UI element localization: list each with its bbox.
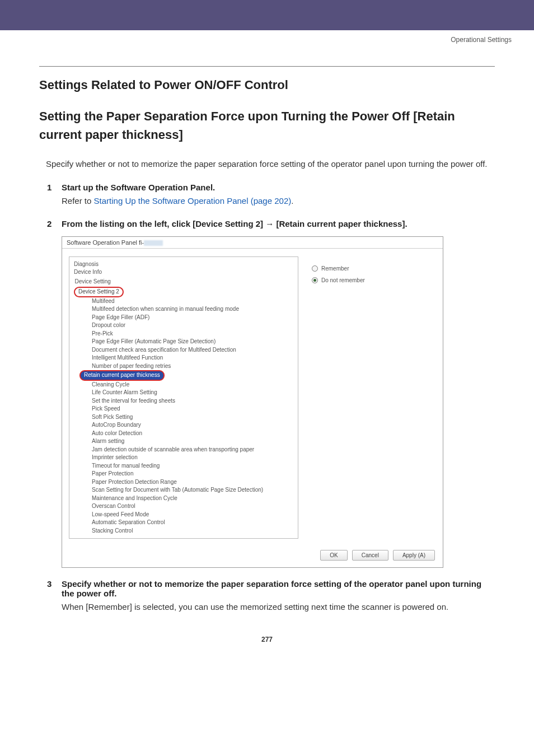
tree-soft-pick[interactable]: Soft Pick Setting xyxy=(74,413,296,422)
tree-dropout[interactable]: Dropout color xyxy=(74,321,296,330)
radio-off-icon xyxy=(312,265,318,272)
sop-window: Software Operation Panel fi- Diagnosis D… xyxy=(62,236,443,568)
tree-device-setting-label: Device Setting xyxy=(74,278,110,284)
steps-list: Start up the Software Operation Panel. R… xyxy=(47,183,495,613)
page-link[interactable]: Starting Up the Software Operation Panel… xyxy=(94,196,292,206)
retain-pt-highlight: Retain current paper thickness xyxy=(79,370,165,381)
apply-button[interactable]: Apply (A) xyxy=(393,550,435,561)
dialog-buttons: OK Cancel Apply (A) xyxy=(62,544,443,567)
tree-autocrop[interactable]: AutoCrop Boundary xyxy=(74,421,296,430)
tree-jam-outside[interactable]: Jam detection outside of scannable area … xyxy=(74,446,296,454)
tree-timeout-manual[interactable]: Timeout for manual feeding xyxy=(74,462,296,470)
step-1-prefix: Refer to xyxy=(62,196,94,206)
device-setting2-highlight: Device Setting 2 xyxy=(74,287,124,297)
settings-tree[interactable]: Diagnosis Device Info X Device Setting D… xyxy=(69,256,298,539)
step-1: Start up the Software Operation Panel. R… xyxy=(47,183,495,207)
radio-remember-label: Remember xyxy=(321,265,349,272)
tree-stacking[interactable]: Stacking Control xyxy=(74,527,296,535)
setting-heading: Setting the Paper Separation Force upon … xyxy=(39,107,495,144)
step-2: From the listing on the left, click [Dev… xyxy=(47,219,495,568)
tree-auto-sep[interactable]: Automatic Separation Control xyxy=(74,519,296,527)
tree-interval-feed[interactable]: Set the interval for feeding sheets xyxy=(74,397,296,405)
breadcrumb: Operational Settings xyxy=(0,30,534,44)
step-2-head: From the listing on the left, click [Dev… xyxy=(62,219,495,228)
tree-retain-pt[interactable]: Retain current paper thickness xyxy=(74,370,296,381)
group-heading: Settings Related to Power ON/OFF Control xyxy=(39,78,495,92)
tree-prepick[interactable]: Pre-Pick xyxy=(74,330,296,338)
tree-maint-insp[interactable]: Maintenance and Inspection Cycle xyxy=(74,494,296,503)
page-number: 277 xyxy=(39,636,495,643)
tree-paper-prot-range[interactable]: Paper Protection Detection Range xyxy=(74,478,296,487)
tree-num-retries[interactable]: Number of paper feeding retries xyxy=(74,362,296,371)
radio-dont-remember[interactable]: Do not remember xyxy=(312,277,435,283)
sop-body: Diagnosis Device Info X Device Setting D… xyxy=(62,249,443,545)
top-band xyxy=(0,0,534,30)
intro-paragraph: Specify whether or not to memorize the p… xyxy=(39,157,495,170)
step-3: Specify whether or not to memorize the p… xyxy=(47,579,495,613)
step-1-suffix: . xyxy=(291,196,293,206)
cancel-button[interactable]: Cancel xyxy=(352,550,388,561)
tree-intel-mf[interactable]: Intelligent Multifeed Function xyxy=(74,354,296,362)
radio-on-icon xyxy=(312,277,318,283)
tree-pef-adf[interactable]: Page Edge Filler (ADF) xyxy=(74,314,296,322)
tree-mf-manual[interactable]: Multifeed detection when scanning in man… xyxy=(74,305,296,314)
tree-diagnosis[interactable]: Diagnosis xyxy=(74,260,296,269)
section-rule xyxy=(39,66,495,67)
tree-auto-color[interactable]: Auto color Detection xyxy=(74,430,296,438)
tree-clean-cycle[interactable]: Cleaning Cycle xyxy=(74,381,296,389)
tree-doc-check[interactable]: Document check area specification for Mu… xyxy=(74,346,296,354)
tree-device-setting[interactable]: X Device Setting xyxy=(74,277,296,287)
step-3-body: When [Remember] is selected, you can use… xyxy=(62,600,495,613)
tree-low-speed[interactable]: Low-speed Feed Mode xyxy=(74,511,296,519)
tree-pef-auto[interactable]: Page Edge Filler (Automatic Page Size De… xyxy=(74,338,296,346)
tree-device-info[interactable]: Device Info xyxy=(74,268,296,277)
tree-pick-speed[interactable]: Pick Speed xyxy=(74,405,296,413)
step-1-head: Start up the Software Operation Panel. xyxy=(62,183,495,192)
radio-remember[interactable]: Remember xyxy=(312,265,435,272)
step-1-body: Refer to Starting Up the Software Operat… xyxy=(62,194,495,207)
sop-title-text: Software Operation Panel fi- xyxy=(67,239,144,246)
sop-window-title: Software Operation Panel fi- xyxy=(62,237,443,249)
tree-life-alarm[interactable]: Life Counter Alarm Setting xyxy=(74,389,296,397)
tree-scan-tab[interactable]: Scan Setting for Document with Tab (Auto… xyxy=(74,486,296,494)
page-content: Settings Related to Power ON/OFF Control… xyxy=(0,44,534,660)
options-pane: Remember Do not remember xyxy=(298,249,443,545)
tree-overscan[interactable]: Overscan Control xyxy=(74,502,296,511)
tree-device-setting2[interactable]: Device Setting 2 xyxy=(74,287,296,297)
ok-button[interactable]: OK xyxy=(320,550,347,561)
tree-paper-prot[interactable]: Paper Protection xyxy=(74,470,296,478)
step-3-head: Specify whether or not to memorize the p… xyxy=(62,579,495,598)
tree-multifeed[interactable]: Multifeed xyxy=(74,297,296,306)
tree-alarm[interactable]: Alarm setting xyxy=(74,437,296,446)
sop-title-blur xyxy=(144,240,163,246)
tree-imprinter[interactable]: Imprinter selection xyxy=(74,454,296,462)
radio-dont-label: Do not remember xyxy=(321,277,365,283)
